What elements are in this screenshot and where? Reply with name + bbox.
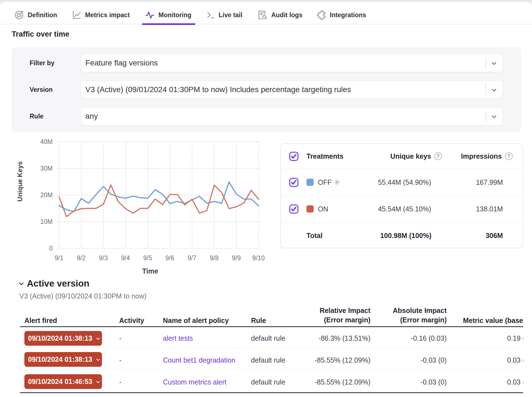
svg-text:9/1: 9/1	[55, 254, 63, 262]
svg-text:0: 0	[49, 245, 53, 252]
svg-text:9/7: 9/7	[188, 254, 196, 262]
svg-text:9/4: 9/4	[121, 254, 130, 262]
svg-text:9/2: 9/2	[77, 254, 86, 262]
svg-text:9/8: 9/8	[210, 254, 219, 262]
svg-text:9/3: 9/3	[99, 254, 108, 262]
svg-text:9/6: 9/6	[165, 254, 174, 262]
svg-text:10M: 10M	[40, 218, 53, 225]
svg-text:9/10: 9/10	[252, 254, 265, 262]
svg-text:20M: 20M	[40, 191, 53, 199]
svg-text:30M: 30M	[40, 165, 53, 172]
svg-text:9/9: 9/9	[232, 254, 241, 262]
svg-text:9/5: 9/5	[143, 254, 152, 262]
svg-text:Unique Keys: Unique Keys	[16, 161, 24, 201]
svg-text:Time: Time	[142, 267, 158, 275]
svg-text:40M: 40M	[40, 138, 53, 145]
